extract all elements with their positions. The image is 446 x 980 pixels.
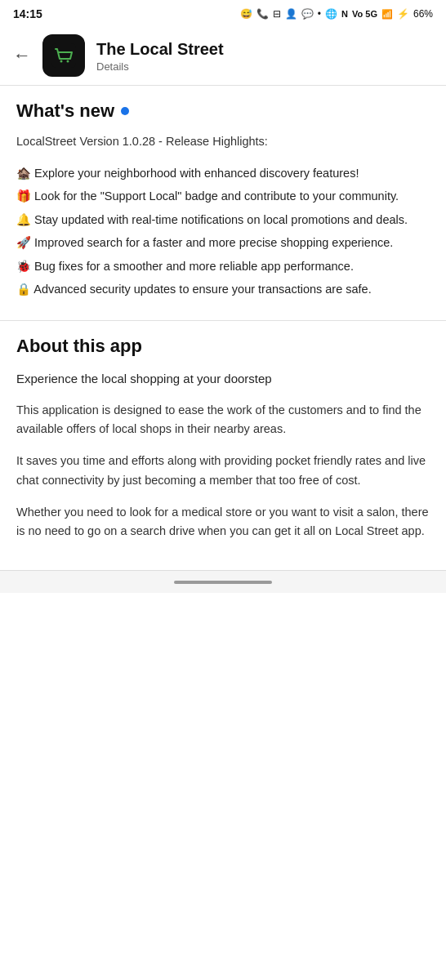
- whats-new-title: What's new: [16, 100, 114, 122]
- list-item: 🔒 Advanced security updates to ensure yo…: [16, 280, 430, 298]
- list-item: 🎁 Look for the "Support Local" badge and…: [16, 187, 430, 205]
- status-bar: 14:15 😅 📞 ⊟ 👤 💬 • 🌐 N Vo 5G 📶 ⚡ 66%: [0, 0, 446, 26]
- status-time: 14:15: [13, 7, 42, 20]
- app-name: The Local Street: [96, 39, 224, 59]
- globe-icon: 🌐: [325, 8, 337, 20]
- app-info: The Local Street Details: [96, 39, 224, 73]
- svg-point-2: [67, 60, 69, 63]
- list-item: 🔔 Stay updated with real-time notificati…: [16, 211, 430, 229]
- about-title: About this app: [16, 336, 430, 357]
- about-para-1: This application is designed to ease the…: [16, 401, 430, 439]
- user-icon: 👤: [285, 8, 297, 20]
- svg-point-1: [60, 60, 63, 63]
- cast-icon: ⊟: [273, 8, 281, 20]
- list-item: 🚀 Improved search for a faster and more …: [16, 234, 430, 252]
- app-subtitle: Details: [96, 60, 224, 73]
- bolt-icon: ⚡: [397, 8, 409, 20]
- nfc-icon: N: [341, 9, 348, 19]
- whats-new-header: What's new: [16, 100, 430, 122]
- list-item: 🐞 Bug fixes for a smoother and more reli…: [16, 257, 430, 275]
- about-para-3: Whether you need to look for a medical s…: [16, 503, 430, 541]
- app-icon: [42, 34, 85, 77]
- status-icons: 😅 📞 ⊟ 👤 💬 • 🌐 N Vo 5G 📶 ⚡ 66%: [240, 8, 433, 20]
- release-list: 🏚️ Explore your neighborhood with enhanc…: [16, 164, 430, 299]
- about-section: About this app Experience the local shop…: [0, 321, 446, 571]
- app-header: ← The Local Street Details: [0, 26, 446, 86]
- svg-rect-0: [51, 43, 76, 68]
- bottom-navigation-bar: [0, 570, 446, 593]
- app-logo-icon: [51, 43, 76, 68]
- network-icon: Vo 5G: [352, 9, 377, 19]
- message-icon: 💬: [301, 8, 314, 20]
- list-item: 🏚️ Explore your neighborhood with enhanc…: [16, 164, 430, 182]
- whats-new-section: What's new LocalStreet Version 1.0.28 - …: [0, 86, 446, 320]
- about-para-2: It saves you time and efforts along with…: [16, 452, 430, 489]
- about-tagline: Experience the local shopping at your do…: [16, 370, 430, 389]
- dot-icon: •: [318, 8, 321, 20]
- bottom-bar-indicator: [174, 581, 272, 584]
- signal-icon: 📶: [381, 9, 393, 20]
- new-indicator-dot: [121, 107, 129, 115]
- back-button[interactable]: ←: [13, 47, 31, 65]
- version-text: LocalStreet Version 1.0.28 - Release Hig…: [16, 133, 430, 151]
- whatsapp-icon: 😅: [240, 8, 252, 20]
- phone-icon: 📞: [256, 8, 269, 20]
- battery-percent: 66%: [413, 8, 433, 20]
